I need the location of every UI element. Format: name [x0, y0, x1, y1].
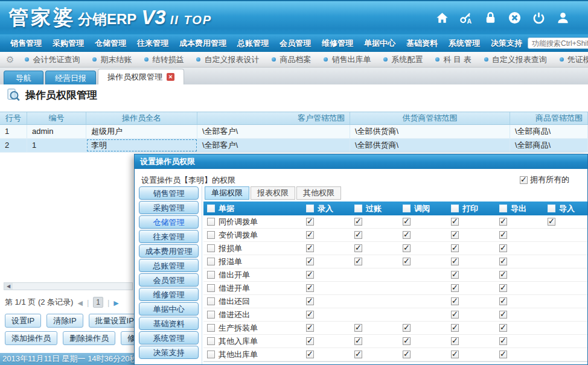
row-select-checkbox[interactable]	[207, 311, 215, 319]
permission-checkbox[interactable]	[306, 351, 314, 358]
permission-checkbox[interactable]	[499, 351, 507, 358]
row-select-checkbox[interactable]	[207, 218, 215, 226]
column-select-checkbox[interactable]	[354, 205, 362, 212]
permission-checkbox[interactable]	[451, 258, 459, 265]
module-button-5[interactable]: 成本费用管理	[139, 244, 199, 258]
permission-checkbox[interactable]	[354, 231, 362, 239]
toolbar-item-7[interactable]: 系统配置	[383, 54, 423, 65]
prev-page-icon[interactable]	[77, 298, 82, 307]
toolbar-item-4[interactable]: 自定义报表设计	[196, 54, 259, 65]
permission-checkbox[interactable]	[499, 284, 507, 292]
column-select-checkbox[interactable]	[306, 205, 314, 212]
table-cell[interactable]: \全部商品\	[510, 125, 588, 138]
menu-item-4[interactable]: 往来管理	[133, 38, 172, 49]
permission-checkbox[interactable]	[306, 271, 314, 279]
permission-checkbox[interactable]	[499, 271, 507, 279]
home-icon[interactable]	[435, 11, 449, 25]
close-circle-icon[interactable]	[508, 11, 522, 25]
permission-checkbox[interactable]	[451, 351, 459, 358]
permission-checkbox[interactable]	[306, 324, 314, 332]
menu-item-5[interactable]: 成本费用管理	[176, 38, 230, 49]
permission-checkbox[interactable]	[451, 337, 459, 345]
permission-checkbox[interactable]	[548, 218, 555, 226]
toolbar-item-3[interactable]: 结转损益	[144, 54, 184, 65]
action-button-row1-3[interactable]: 批量设置IP	[89, 314, 141, 328]
table-cell[interactable]: \全部客户\	[197, 139, 350, 152]
module-button-11[interactable]: 系统管理	[139, 331, 199, 344]
permission-checkbox[interactable]	[306, 258, 314, 265]
permission-checkbox[interactable]	[354, 351, 362, 358]
horizontal-scrollbar[interactable]	[4, 282, 133, 290]
toolbar-item-1[interactable]: 会计凭证查询	[25, 54, 80, 65]
permission-checkbox[interactable]	[403, 351, 411, 358]
permission-checkbox[interactable]	[499, 324, 507, 332]
dialog-title-bar[interactable]: 设置操作员权限	[135, 154, 587, 169]
tab-1[interactable]: 导航	[4, 71, 43, 84]
module-button-12[interactable]: 决策支持	[139, 346, 199, 359]
permission-checkbox[interactable]	[306, 244, 314, 252]
tab-3[interactable]: 操作员权限管理	[98, 69, 184, 84]
permission-checkbox[interactable]	[499, 231, 507, 239]
toolbar-item-9[interactable]: 自定义报表查询	[484, 54, 547, 65]
table-cell[interactable]: \全部商品\	[510, 139, 588, 152]
permission-checkbox[interactable]	[499, 297, 507, 305]
table-row[interactable]: 1admin超级用户\全部客户\\全部供货商\\全部商品\	[0, 125, 588, 139]
table-cell[interactable]: 1	[27, 139, 86, 152]
perm-tab-2[interactable]: 报表权限	[251, 186, 295, 200]
toolbar-item-2[interactable]: 期末结账	[92, 54, 132, 65]
menu-item-1[interactable]: 销售管理	[7, 38, 45, 49]
toolbar-item-6[interactable]: 销售出库单	[324, 54, 371, 65]
menu-item-12[interactable]: 决策支持	[487, 38, 526, 49]
scroll-left-icon[interactable]	[4, 283, 13, 290]
table-cell[interactable]: 超级用户	[86, 125, 197, 138]
key-icon[interactable]: A	[459, 11, 473, 25]
permission-checkbox[interactable]	[403, 258, 411, 265]
column-select-checkbox[interactable]	[548, 205, 555, 212]
module-button-1[interactable]: 销售管理	[139, 186, 199, 200]
table-cell[interactable]: 2	[0, 139, 27, 152]
next-page-icon[interactable]	[113, 298, 118, 307]
row-select-checkbox[interactable]	[207, 297, 215, 305]
gear-icon[interactable]: ⚙	[6, 54, 14, 65]
tab-close-icon[interactable]	[167, 73, 174, 81]
menu-item-7[interactable]: 会员管理	[276, 38, 315, 49]
permission-checkbox[interactable]	[403, 337, 411, 345]
permission-checkbox[interactable]	[354, 244, 362, 252]
module-button-8[interactable]: 维修管理	[139, 288, 199, 301]
module-button-6[interactable]: 总账管理	[139, 259, 199, 272]
row-select-checkbox[interactable]	[207, 271, 215, 279]
row-select-checkbox[interactable]	[207, 258, 215, 265]
permission-checkbox[interactable]	[306, 311, 314, 319]
menu-item-10[interactable]: 基础资料	[403, 38, 441, 49]
module-button-4[interactable]: 往来管理	[139, 230, 199, 243]
permission-checkbox[interactable]	[451, 244, 459, 252]
action-button-row1-1[interactable]: 设置IP	[5, 314, 41, 328]
permission-checkbox[interactable]	[451, 231, 459, 239]
current-page-box[interactable]: 1	[93, 297, 103, 308]
permission-checkbox[interactable]	[354, 324, 362, 332]
permission-checkbox[interactable]	[306, 337, 314, 345]
permission-checkbox[interactable]	[403, 231, 411, 239]
toolbar-item-10[interactable]: 凭证模板	[560, 54, 588, 65]
module-button-10[interactable]: 基础资料	[139, 317, 199, 330]
search-input[interactable]	[528, 37, 588, 49]
perm-tab-1[interactable]: 单据权限	[205, 186, 249, 200]
menu-item-8[interactable]: 维修管理	[318, 38, 357, 49]
permission-checkbox[interactable]	[403, 244, 411, 252]
permission-checkbox[interactable]	[354, 258, 362, 265]
menu-item-2[interactable]: 采购管理	[49, 38, 88, 49]
table-cell[interactable]: 李明	[86, 139, 197, 152]
permission-checkbox[interactable]	[403, 324, 411, 332]
table-cell[interactable]: 1	[0, 125, 27, 138]
column-select-checkbox[interactable]	[499, 205, 507, 212]
all-permissions-checkbox[interactable]	[520, 176, 528, 184]
table-cell[interactable]: admin	[27, 125, 86, 138]
permission-checkbox[interactable]	[306, 218, 314, 226]
permission-checkbox[interactable]	[306, 284, 314, 292]
menu-item-3[interactable]: 仓储管理	[91, 38, 130, 49]
lock-icon[interactable]	[484, 11, 497, 25]
table-cell[interactable]: \全部供货商\	[350, 139, 510, 152]
permission-checkbox[interactable]	[306, 297, 314, 305]
permission-checkbox[interactable]	[451, 297, 459, 305]
tab-2[interactable]: 经营日报	[45, 71, 96, 84]
